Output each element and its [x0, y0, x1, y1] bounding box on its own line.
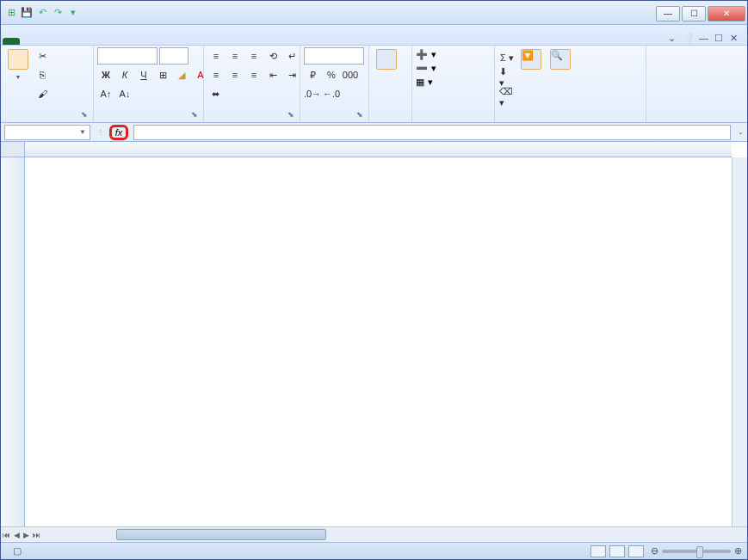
sort-filter-icon: 🔽	[521, 49, 541, 70]
clear-button[interactable]: ⌫ ▾	[498, 89, 516, 106]
autosum-button[interactable]: Σ ▾	[498, 49, 516, 66]
paste-icon	[8, 49, 28, 70]
format-cells-button[interactable]: ▦ ▾	[416, 77, 436, 88]
minimize-button[interactable]: —	[656, 6, 680, 22]
increase-indent-button[interactable]: ⇥	[283, 66, 300, 83]
quick-access-toolbar: ⊞ 💾 ↶ ↷ ▾	[1, 4, 83, 22]
row-headers	[1, 157, 25, 526]
styles-icon	[376, 49, 397, 70]
italic-button[interactable]: К	[116, 66, 133, 83]
column-headers	[25, 142, 732, 157]
save-icon[interactable]: 💾	[20, 6, 34, 20]
merge-button[interactable]: ⬌	[207, 85, 224, 102]
wrap-text-button[interactable]: ↵	[283, 47, 300, 65]
align-left-button[interactable]: ≡	[207, 66, 225, 83]
help-icon[interactable]: ❔	[683, 33, 695, 45]
paste-button[interactable]: ▾	[4, 47, 32, 83]
decrease-decimal-button[interactable]: ←.0	[323, 85, 340, 102]
cell-grid[interactable]	[25, 157, 732, 526]
sheet-area: ⏮ ◀ ▶ ⏭	[1, 142, 747, 542]
number-launcher-icon[interactable]: ⬊	[356, 110, 367, 120]
align-bottom-button[interactable]: ≡	[245, 47, 263, 65]
font-name-combo[interactable]	[97, 47, 158, 65]
format-painter-button[interactable]: 🖌	[34, 85, 51, 102]
formula-expand-icon[interactable]: ⌄	[734, 128, 747, 136]
formula-bar: ▼ ⋮ fx ⌄	[1, 123, 747, 142]
underline-button[interactable]: Ч	[135, 66, 152, 83]
clipboard-launcher-icon[interactable]: ⬊	[81, 110, 91, 120]
find-icon: 🔍	[550, 49, 571, 70]
win-minimize-icon[interactable]: —	[699, 33, 711, 45]
horizontal-scrollbar[interactable]	[46, 527, 747, 542]
find-select-button[interactable]: 🔍	[547, 47, 574, 73]
align-top-button[interactable]: ≡	[207, 47, 225, 65]
fill-color-button[interactable]: ◢	[173, 66, 190, 83]
select-all-corner[interactable]	[1, 142, 25, 157]
delete-cells-icon: ➖	[416, 63, 428, 74]
align-right-button[interactable]: ≡	[245, 66, 263, 83]
copy-button[interactable]: ⎘	[34, 66, 51, 83]
bold-button[interactable]: Ж	[97, 66, 114, 83]
alignment-launcher-icon[interactable]: ⬊	[287, 110, 298, 120]
styles-button[interactable]	[373, 47, 400, 73]
number-format-combo[interactable]	[304, 47, 364, 65]
decrease-indent-button[interactable]: ⇤	[264, 66, 281, 83]
insert-cells-button[interactable]: ➕ ▾	[416, 49, 436, 60]
decrease-font-button[interactable]: A↓	[116, 85, 133, 102]
insert-cells-icon: ➕	[416, 49, 428, 60]
align-center-button[interactable]: ≡	[226, 66, 244, 83]
font-size-combo[interactable]	[159, 47, 189, 65]
sort-filter-button[interactable]: 🔽	[517, 47, 545, 73]
delete-cells-button[interactable]: ➖ ▾	[416, 63, 436, 74]
percent-button[interactable]: %	[323, 66, 340, 83]
border-button[interactable]: ⊞	[154, 66, 171, 83]
tab-nav-first-icon[interactable]: ⏮	[1, 531, 12, 539]
page-layout-view-button[interactable]	[609, 545, 625, 557]
fill-button[interactable]: ⬇ ▾	[498, 69, 516, 86]
excel-icon: ⊞	[4, 6, 18, 20]
increase-font-button[interactable]: A↑	[97, 85, 114, 102]
align-middle-button[interactable]: ≡	[226, 47, 244, 65]
excel-window: ⊞ 💾 ↶ ↷ ▾ — ☐ ✕ ⌄ ❔ — ☐ ✕ ▾ ✂	[0, 0, 748, 560]
ribbon-tabs: ⌄ ❔ — ☐ ✕	[1, 25, 747, 46]
name-box[interactable]: ▼	[4, 125, 90, 140]
vertical-scrollbar[interactable]	[732, 157, 747, 526]
increase-decimal-button[interactable]: .0→	[304, 85, 321, 102]
win-restore-icon[interactable]: ☐	[714, 33, 726, 45]
tab-nav-last-icon[interactable]: ⏭	[31, 531, 42, 539]
orientation-button[interactable]: ⟲	[264, 47, 281, 65]
cut-button[interactable]: ✂	[34, 47, 51, 65]
undo-icon[interactable]: ↶	[35, 6, 49, 20]
ribbon: ▾ ✂ ⎘ 🖌 ⬊ Ж К Ч ⊞ ◢ A	[1, 46, 747, 123]
status-bar: ▢ ⊖ ⊕	[1, 542, 747, 559]
page-break-view-button[interactable]	[628, 545, 644, 557]
namebox-expand-icon[interactable]: ⋮	[94, 128, 108, 136]
win-close-icon[interactable]: ✕	[730, 33, 742, 45]
file-tab[interactable]	[3, 38, 20, 45]
ribbon-minimize-icon[interactable]: ⌄	[668, 33, 680, 45]
format-cells-icon: ▦	[416, 77, 424, 88]
insert-function-button[interactable]: fx	[109, 125, 128, 140]
zoom-in-button[interactable]: ⊕	[734, 545, 742, 557]
tab-nav-next-icon[interactable]: ▶	[22, 531, 31, 539]
namebox-dropdown-icon[interactable]: ▼	[79, 128, 86, 136]
comma-button[interactable]: 000	[342, 66, 359, 83]
redo-icon[interactable]: ↷	[51, 6, 65, 20]
tab-nav-prev-icon[interactable]: ◀	[12, 531, 22, 539]
maximize-button[interactable]: ☐	[682, 6, 706, 22]
close-button[interactable]: ✕	[708, 6, 745, 22]
macro-record-icon[interactable]: ▢	[13, 545, 22, 557]
zoom-slider[interactable]	[662, 550, 731, 553]
normal-view-button[interactable]	[590, 545, 606, 557]
zoom-out-button[interactable]: ⊖	[651, 545, 658, 557]
formula-input[interactable]	[133, 125, 731, 140]
titlebar: ⊞ 💾 ↶ ↷ ▾ — ☐ ✕	[1, 1, 747, 25]
font-launcher-icon[interactable]: ⬊	[191, 110, 201, 120]
sheet-tabs: ⏮ ◀ ▶ ⏭	[1, 527, 42, 542]
qat-more-icon[interactable]: ▾	[66, 6, 80, 20]
currency-button[interactable]: ₽	[304, 66, 321, 83]
